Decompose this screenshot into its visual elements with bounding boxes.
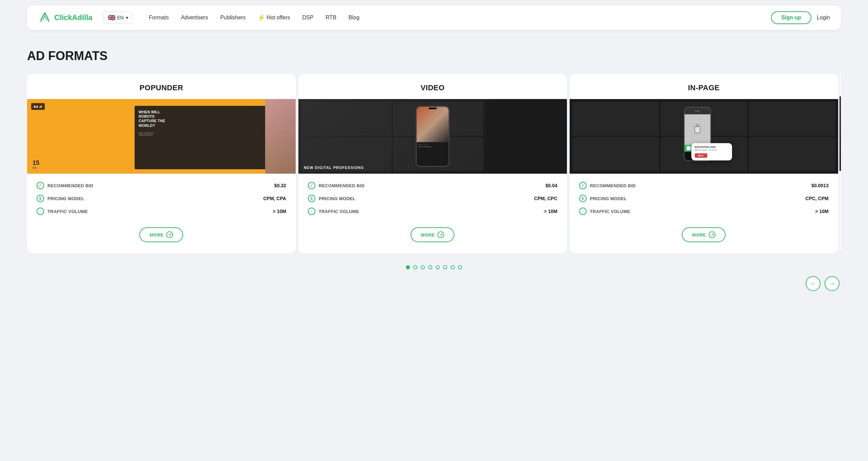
signup-button[interactable]: Sign up (771, 11, 811, 24)
cards-wrapper: POPUNDER 15 CA █▄█ ▄█ (27, 74, 841, 291)
traffic-value-inpage: > 10M (815, 209, 828, 214)
card-stats-popunder: ✓ RECOMMENDED BID $0.32 $ PRICING MODEL … (27, 174, 296, 215)
traffic-icon: ↑ (37, 208, 44, 215)
dot-2[interactable] (413, 265, 417, 269)
card-popunder: POPUNDER 15 CA █▄█ ▄█ (27, 74, 296, 253)
arrow-icon-video: ↗ (437, 231, 444, 238)
language-selector[interactable]: 🇬🇧 EN ▾ (103, 12, 133, 24)
inpage-mockup: 9:41 (570, 99, 838, 174)
dot-8[interactable] (458, 265, 462, 269)
stat-label-bid-popunder: ✓ RECOMMENDED BID (37, 182, 93, 189)
partial-stats: ✓ $ ↑ (840, 171, 841, 220)
stat-row-pricing-video: $ PRICING MODEL CPM, CPC (308, 195, 557, 202)
nav-link-publishers[interactable]: Publishers (220, 15, 246, 21)
pricing-value-popunder: CPM, CPA (263, 196, 286, 201)
traffic-icon-video: ↑ (308, 208, 315, 215)
stat-label-pricing-inpage: $ PRICING MODEL (579, 195, 627, 202)
stat-label-traffic-popunder: ↑ TRAFFIC VOLUME (37, 208, 88, 215)
pricing-value-inpage: CPC, CPM (805, 196, 828, 201)
stat-row-traffic-video: ↑ TRAFFIC VOLUME > 10M (308, 208, 557, 215)
stat-label-bid-inpage: ✓ RECOMMENDED BID (579, 182, 636, 189)
more-label-inpage: MORE (692, 232, 706, 237)
section-title: AD FORMATS (27, 49, 841, 63)
nav-link-blog[interactable]: Blog (349, 15, 359, 21)
nav-link-advertisers[interactable]: Advertisers (181, 15, 208, 21)
next-arrow-button[interactable]: → (825, 276, 840, 291)
arrow-icon-popunder: ↗ (166, 231, 173, 238)
flag-icon: 🇬🇧 (108, 14, 115, 21)
dollar-icon: $ (37, 195, 44, 202)
stat-row-traffic-popunder: ↑ TRAFFIC VOLUME > 10M (37, 208, 286, 215)
navbar: ClickAdilla 🇬🇧 EN ▾ Formats Advertisers … (27, 5, 841, 30)
bid-value-inpage: $0.0013 (811, 183, 829, 188)
card-title-video: VIDEO (298, 74, 567, 99)
stat-label-pricing-popunder: $ PRICING MODEL (37, 195, 84, 202)
stat-label-traffic-video: ↑ TRAFFIC VOLUME (308, 208, 359, 215)
card-title-inpage: IN-PAGE (570, 74, 838, 99)
more-button-popunder[interactable]: MORE ↗ (139, 227, 183, 242)
traffic-icon-inpage: ↑ (579, 208, 587, 215)
more-label-video: MORE (421, 232, 435, 237)
stat-label-traffic-inpage: ↑ TRAFFIC VOLUME (579, 208, 630, 215)
cards-row: POPUNDER 15 CA █▄█ ▄█ (27, 74, 841, 253)
dot-6[interactable] (443, 265, 447, 269)
stat-row-bid-video: ✓ RECOMMENDED BID $0.04 (308, 182, 557, 189)
dot-7[interactable] (451, 265, 455, 269)
stat-row-bid-popunder: ✓ RECOMMENDED BID $0.32 (37, 182, 286, 189)
video-bg (298, 99, 486, 174)
card-image-popunder: 15 CA █▄█ ▄█ WHEN WILLROBOTSCAPTURE THEW… (27, 99, 296, 174)
logo-text: ClickAdilla (54, 13, 93, 22)
dollar-icon-video: $ (308, 195, 315, 202)
card-inpage: IN-PAGE (570, 74, 838, 253)
traffic-value-video: > 10M (544, 209, 557, 214)
nav-link-hot-offers[interactable]: ⚡ Hot offers (258, 14, 290, 21)
more-button-inpage[interactable]: MORE ↗ (682, 227, 726, 242)
login-button[interactable]: Login (817, 15, 830, 21)
svg-point-0 (44, 13, 46, 15)
stat-row-pricing-popunder: $ PRICING MODEL CPM, CPA (37, 195, 286, 202)
dot-1[interactable] (406, 265, 410, 269)
main-content: AD FORMATS POPUNDER 15 CA █▄█ (0, 35, 868, 311)
nav-link-formats[interactable]: Formats (149, 15, 169, 21)
prev-arrow-button[interactable]: ← (806, 276, 821, 291)
stat-row-pricing-inpage: $ PRICING MODEL CPC, CPM (579, 195, 829, 202)
pricing-value-video: CPM, CPC (534, 196, 557, 201)
nav-link-dsp[interactable]: DSP (302, 15, 313, 21)
video-phone: RAFFLE PRIZES FROM CLICKADILLA! (416, 106, 450, 167)
more-label-popunder: MORE (150, 232, 163, 237)
dot-4[interactable] (428, 265, 432, 269)
logo[interactable]: ClickAdilla (38, 11, 93, 24)
more-button-video[interactable]: MORE ↗ (411, 227, 454, 242)
lang-label: EN (117, 15, 124, 20)
checkmark-icon-inpage: ✓ (579, 182, 587, 189)
card-title-popunder: POPUNDER (27, 74, 296, 99)
hot-offers-label: Hot offers (267, 15, 290, 21)
stat-label-bid-video: ✓ RECOMMENDED BID (308, 182, 364, 189)
nav-arrows: ← → (27, 276, 841, 291)
bid-value-popunder: $0.32 (274, 183, 286, 188)
traffic-value-popunder: > 10M (273, 209, 286, 214)
checkmark-icon-video: ✓ (308, 182, 315, 189)
card-stats-video: ✓ RECOMMENDED BID $0.04 $ PRICING MODEL … (298, 174, 567, 215)
video-caption: NEW DIGITAL PROFESSIONS (304, 166, 364, 170)
card-stats-inpage: ✓ RECOMMENDED BID $0.0013 $ PRICING MODE… (570, 174, 838, 215)
video-mockup: RAFFLE PRIZES FROM CLICKADILLA! NEW DIGI… (298, 99, 567, 174)
lightning-icon: ⚡ (258, 14, 265, 21)
dot-3[interactable] (421, 265, 425, 269)
stat-label-pricing-video: $ PRICING MODEL (308, 195, 356, 202)
card-image-video: RAFFLE PRIZES FROM CLICKADILLA! NEW DIGI… (298, 99, 567, 174)
logo-icon (38, 11, 52, 24)
nav-link-rtb[interactable]: RTB (326, 15, 336, 21)
dot-5[interactable] (436, 265, 440, 269)
checkmark-icon: ✓ (37, 182, 44, 189)
card-image-inpage: 9:41 (570, 99, 838, 174)
arrow-icon-inpage: ↗ (709, 231, 715, 238)
nav-actions: Sign up Login (771, 11, 830, 24)
chevron-down-icon: ▾ (126, 15, 128, 20)
card-partial: ... More ✓ $ (840, 74, 841, 253)
stat-row-traffic-inpage: ↑ TRAFFIC VOLUME > 10M (579, 208, 829, 215)
carousel-dots (27, 265, 841, 269)
card-video: VIDEO (298, 74, 567, 253)
inpage-device: 9:41 (678, 104, 729, 169)
popunder-mockup: 15 CA █▄█ ▄█ WHEN WILLROBOTSCAPTURE THEW… (27, 99, 296, 174)
